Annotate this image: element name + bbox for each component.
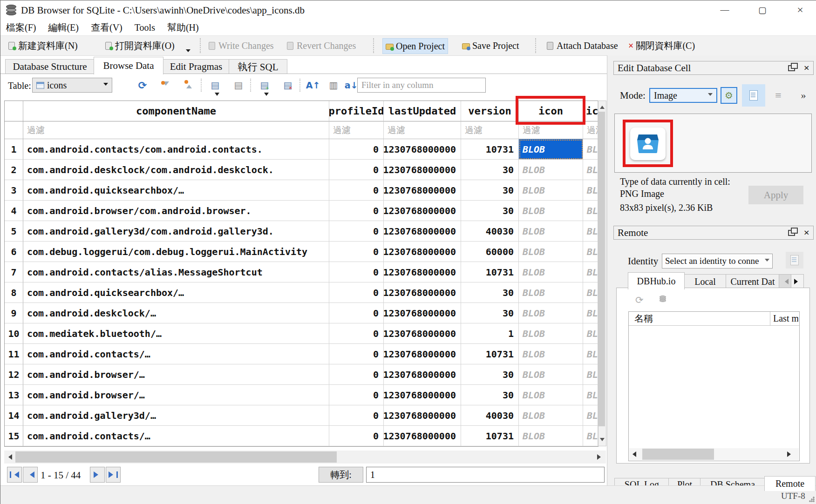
table-select[interactable]: icons (32, 78, 112, 93)
horizontal-scrollbar[interactable] (4, 450, 606, 464)
cell-componentName[interactable]: com.android.quicksearchbox/… (23, 282, 329, 303)
row-number[interactable]: 15 (5, 426, 23, 446)
remote-refresh-icon[interactable]: ⟳ (635, 295, 644, 306)
header-lastUpdated[interactable]: lastUpdated (384, 101, 461, 121)
menu-help[interactable]: 幫助(H) (167, 21, 199, 34)
cell-componentName[interactable]: com.android.deskclock/… (23, 303, 329, 323)
row-number[interactable]: 13 (5, 385, 23, 405)
open-database-button[interactable]: 打開資料庫(O) (102, 38, 177, 53)
header-version[interactable]: version (461, 101, 519, 121)
cell-version[interactable]: 30 (461, 385, 519, 405)
revert-changes-button[interactable]: Revert Changes (284, 38, 359, 53)
cell-version[interactable]: 30 (461, 201, 519, 221)
cell-profileId[interactable]: 0 (329, 180, 384, 201)
print-button[interactable]: ▤ (231, 78, 246, 93)
cell-version[interactable]: 60000 (461, 242, 519, 262)
tab-local[interactable]: Local (684, 274, 727, 289)
float-panel-icon[interactable] (788, 65, 795, 71)
close-panel-icon[interactable]: × (803, 63, 809, 73)
cell-icon[interactable]: BLOB (519, 282, 583, 303)
save-project-button[interactable]: Save Project (459, 38, 522, 53)
tab-execute-sql[interactable]: 執行 SQL (229, 59, 287, 74)
row-number[interactable]: 12 (5, 364, 23, 385)
remote-scroll-thumb[interactable] (642, 449, 714, 460)
refresh-button[interactable]: ⟳ (135, 78, 150, 93)
cell-profileId[interactable]: 0 (329, 139, 384, 160)
insert-record-button[interactable]: ▤+ (257, 78, 272, 93)
previous-record-button[interactable] (23, 467, 38, 483)
identity-select[interactable]: Select an identity to conne (662, 254, 773, 269)
cell-profileId[interactable]: 0 (329, 262, 384, 282)
cell-profileId[interactable]: 0 (329, 323, 384, 344)
cell-lastUpdated[interactable]: 1230768000000 (384, 405, 461, 426)
row-number[interactable]: 4 (5, 201, 23, 221)
clear-filters-button[interactable] (158, 78, 174, 93)
cell-icon[interactable]: BLOB (519, 242, 583, 262)
cell-version[interactable]: 10731 (461, 139, 519, 160)
cell-lastUpdated[interactable]: 1230768000000 (384, 364, 461, 385)
first-record-button[interactable] (7, 467, 22, 483)
filter-profileId[interactable]: 過濾 (329, 121, 384, 139)
cell-version[interactable]: 30 (461, 303, 519, 323)
cell-componentName[interactable]: com.mediatek.bluetooth/… (23, 323, 329, 344)
cell-version[interactable]: 30 (461, 180, 519, 201)
column-name[interactable]: 名稱 (629, 312, 653, 325)
cell-lastUpdated[interactable]: 1230768000000 (384, 160, 461, 180)
scroll-left-arrow[interactable] (5, 452, 13, 462)
cell-profileId[interactable]: 0 (329, 385, 384, 405)
filter-input[interactable] (357, 78, 486, 93)
cell-partial[interactable]: BLOB (583, 242, 598, 262)
header-componentName[interactable]: componentName (23, 101, 329, 121)
goto-button[interactable]: 轉到: (319, 467, 363, 483)
tab-current-database[interactable]: Current Dat (726, 274, 780, 289)
cell-partial[interactable]: BLOB (583, 221, 598, 242)
row-number[interactable]: 10 (5, 323, 23, 344)
cell-profileId[interactable]: 0 (329, 426, 384, 446)
tab-scroll-left[interactable] (779, 274, 792, 289)
menu-tools[interactable]: Tools (135, 22, 155, 33)
row-number[interactable]: 14 (5, 405, 23, 426)
cell-componentName[interactable]: com.android.deskclock/com.android.deskcl… (23, 160, 329, 180)
cell-lastUpdated[interactable]: 1230768000000 (384, 344, 461, 364)
cell-profileId[interactable]: 0 (329, 282, 384, 303)
cell-componentName[interactable]: com.android.contacts/com.android.contact… (23, 139, 329, 160)
cell-partial[interactable]: BLOB (583, 426, 598, 446)
cell-partial[interactable]: BLOB (583, 364, 598, 385)
save-table-button[interactable]: ▤ (207, 78, 223, 93)
cell-lastUpdated[interactable]: 1230768000000 (384, 262, 461, 282)
save-table-dropdown[interactable] (215, 93, 219, 98)
cell-icon[interactable]: BLOB (519, 405, 583, 426)
cell-icon[interactable]: BLOB (519, 323, 583, 344)
cell-version[interactable]: 40030 (461, 221, 519, 242)
maximize-button[interactable]: ▢ (749, 0, 776, 19)
tab-browse-data[interactable]: Browse Data (94, 57, 163, 74)
cell-icon[interactable]: BLOB (519, 364, 583, 385)
resize-grip[interactable] (809, 497, 815, 502)
row-number[interactable]: 11 (5, 344, 23, 364)
filter-lastUpdated[interactable]: 過濾 (384, 121, 461, 139)
cell-version[interactable]: 10731 (461, 344, 519, 364)
apply-button[interactable]: Apply (748, 186, 803, 204)
cell-icon[interactable]: BLOB (519, 262, 583, 282)
row-number[interactable]: 6 (5, 242, 23, 262)
cell-version[interactable]: 40030 (461, 405, 519, 426)
cell-profileId[interactable]: 0 (329, 221, 384, 242)
tab-remote[interactable]: Remote (764, 476, 816, 491)
scroll-up-arrow[interactable] (598, 101, 606, 111)
open-project-button[interactable]: Open Project (382, 38, 448, 54)
cell-icon[interactable]: BLOB (519, 303, 583, 323)
cell-componentName[interactable]: com.android.quicksearchbox/… (23, 180, 329, 201)
cell-partial[interactable]: BLOB (583, 139, 598, 160)
attach-database-button[interactable]: Attach Database (544, 38, 621, 53)
scroll-left-arrow[interactable] (629, 449, 637, 459)
cell-profileId[interactable]: 0 (329, 242, 384, 262)
minimize-button[interactable]: — (711, 0, 738, 19)
menu-file[interactable]: 檔案(F) (6, 21, 36, 34)
cell-partial[interactable]: BLOB (583, 262, 598, 282)
cell-componentName[interactable]: com.android.contacts/… (23, 344, 329, 364)
cell-partial[interactable]: BLOB (583, 303, 598, 323)
filter-componentName[interactable]: 過濾 (23, 121, 329, 139)
last-record-button[interactable] (106, 467, 121, 483)
row-number[interactable]: 1 (5, 139, 23, 160)
menu-view[interactable]: 查看(V) (91, 21, 122, 34)
